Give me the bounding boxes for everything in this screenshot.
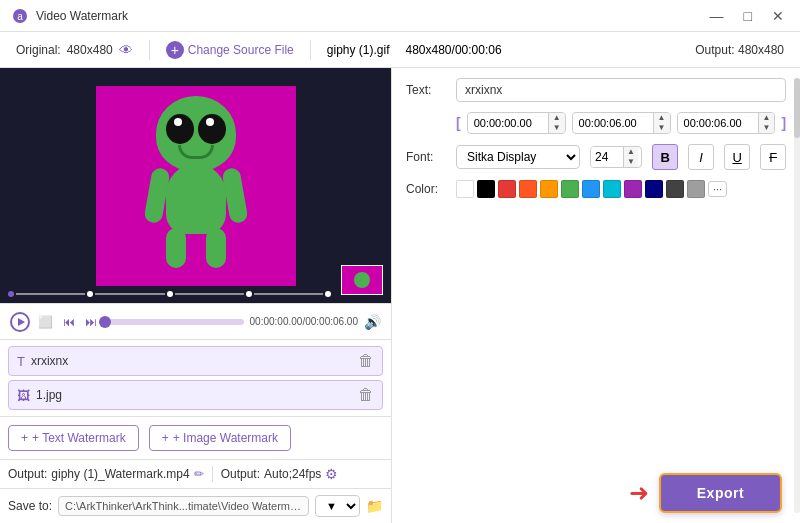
font-select[interactable]: Sitka Display [456, 145, 580, 169]
next-frame-button[interactable]: ⏭ [83, 313, 99, 331]
color-orange[interactable] [540, 180, 558, 198]
color-dark-gray[interactable] [666, 180, 684, 198]
color-black[interactable] [477, 180, 495, 198]
bold-button[interactable]: B [652, 144, 678, 170]
italic-button[interactable]: I [688, 144, 714, 170]
font-size-input[interactable] [591, 147, 623, 167]
text-field-input[interactable] [456, 78, 786, 102]
play-button[interactable] [10, 312, 30, 332]
color-gray[interactable] [687, 180, 705, 198]
more-colors-button[interactable]: ··· [708, 181, 727, 197]
underline-button[interactable]: U [724, 144, 750, 170]
time-end-input[interactable] [573, 114, 653, 132]
arrow-icon: ➜ [629, 479, 649, 507]
color-red[interactable] [498, 180, 516, 198]
progress-line [175, 293, 244, 295]
alien-figure [136, 96, 256, 276]
original-label: Original: [16, 43, 61, 57]
alien-body [166, 164, 226, 234]
bracket-close: ] [781, 115, 786, 131]
time-start-up[interactable]: ▲ [549, 113, 565, 123]
original-size: 480x480 [67, 43, 113, 57]
divider-1 [149, 40, 150, 60]
progress-dot[interactable] [325, 291, 331, 297]
open-folder-icon[interactable]: 📁 [366, 498, 383, 514]
save-path-text: C:\ArkThinker\ArkThink...timate\Video Wa… [65, 500, 305, 512]
color-green[interactable] [561, 180, 579, 198]
change-source-button[interactable]: + Change Source File [166, 41, 294, 59]
add-image-label: + Image Watermark [173, 431, 278, 445]
prev-frame-button[interactable]: ⏮ [61, 313, 77, 331]
delete-text-watermark-button[interactable]: 🗑 [358, 353, 374, 369]
font-size-up[interactable]: ▲ [624, 147, 638, 157]
title-bar: a Video Watermark — □ ✕ [0, 0, 800, 32]
video-preview[interactable] [0, 68, 391, 303]
top-bar: Original: 480x480 👁 + Change Source File… [0, 32, 800, 68]
output-format-value: Auto;24fps [264, 467, 321, 481]
timeline-thumb[interactable] [99, 316, 111, 328]
time-inputs: [ ▲ ▼ ▲ ▼ [456, 112, 786, 134]
text-watermark-icon: T [17, 354, 25, 369]
original-info: Original: 480x480 👁 [16, 42, 133, 58]
progress-line [95, 293, 164, 295]
watermark-item-text[interactable]: T xrxixnx 🗑 [8, 346, 383, 376]
time-end2-up[interactable]: ▲ [759, 113, 775, 123]
color-navy[interactable] [645, 180, 663, 198]
timeline-slider[interactable] [105, 319, 244, 325]
export-area: ➜ Export [406, 473, 786, 513]
preview-bg [96, 86, 296, 286]
time-end2-field[interactable]: ▲ ▼ [677, 112, 776, 134]
settings-gear-icon[interactable]: ⚙ [325, 466, 338, 482]
time-end2-down[interactable]: ▼ [759, 123, 775, 133]
maximize-button[interactable]: □ [740, 6, 756, 26]
progress-dot[interactable] [8, 291, 14, 297]
strikethrough-button[interactable]: F [760, 144, 786, 170]
time-start-field[interactable]: ▲ ▼ [467, 112, 566, 134]
color-purple[interactable] [624, 180, 642, 198]
color-blue[interactable] [582, 180, 600, 198]
time-end-field[interactable]: ▲ ▼ [572, 112, 671, 134]
color-white[interactable] [456, 180, 474, 198]
close-button[interactable]: ✕ [768, 6, 788, 26]
add-text-label: + Text Watermark [32, 431, 126, 445]
volume-icon[interactable]: 🔊 [364, 314, 381, 330]
time-start-input[interactable] [468, 114, 548, 132]
time-end2-input[interactable] [678, 114, 758, 132]
export-button[interactable]: Export [659, 473, 782, 513]
eye-icon[interactable]: 👁 [119, 42, 133, 58]
file-info: 480x480/00:00:06 [406, 43, 502, 57]
add-image-watermark-button[interactable]: + + Image Watermark [149, 425, 291, 451]
time-row: [ ▲ ▼ ▲ ▼ [406, 112, 786, 134]
scrollbar-thumb[interactable] [794, 78, 800, 138]
watermark-item-image[interactable]: 🖼 1.jpg 🗑 [8, 380, 383, 410]
color-deep-orange[interactable] [519, 180, 537, 198]
stop-button[interactable]: ⬜ [36, 313, 55, 331]
text-row: Text: [406, 78, 786, 102]
edit-filename-icon[interactable]: ✏ [194, 467, 204, 481]
right-panel: Text: [ ▲ ▼ ▲ ▼ [392, 68, 800, 523]
alien-smile [178, 145, 214, 159]
time-end-down[interactable]: ▼ [654, 123, 670, 133]
font-size-field[interactable]: ▲ ▼ [590, 146, 642, 168]
video-thumbnail [341, 265, 383, 295]
save-path-display: C:\ArkThinker\ArkThink...timate\Video Wa… [58, 496, 309, 516]
progress-dot[interactable] [87, 291, 93, 297]
font-label: Font: [406, 150, 446, 164]
minimize-button[interactable]: — [706, 6, 728, 26]
progress-dot[interactable] [167, 291, 173, 297]
color-cyan[interactable] [603, 180, 621, 198]
alien-leg-right [206, 228, 226, 268]
delete-image-watermark-button[interactable]: 🗑 [358, 387, 374, 403]
add-text-watermark-button[interactable]: + + Text Watermark [8, 425, 139, 451]
time-start-down[interactable]: ▼ [549, 123, 565, 133]
output-format-label: Output: [221, 467, 260, 481]
progress-line [16, 293, 85, 295]
font-size-down[interactable]: ▼ [624, 157, 638, 167]
time-display: 00:00:00.00/00:00:06.00 [250, 316, 358, 327]
save-path-dropdown[interactable]: ▼ [315, 495, 360, 517]
time-end-up[interactable]: ▲ [654, 113, 670, 123]
progress-dot[interactable] [246, 291, 252, 297]
right-panel-scrollbar[interactable] [794, 78, 800, 513]
divider-2 [310, 40, 311, 60]
plus-image-icon: + [162, 431, 169, 445]
